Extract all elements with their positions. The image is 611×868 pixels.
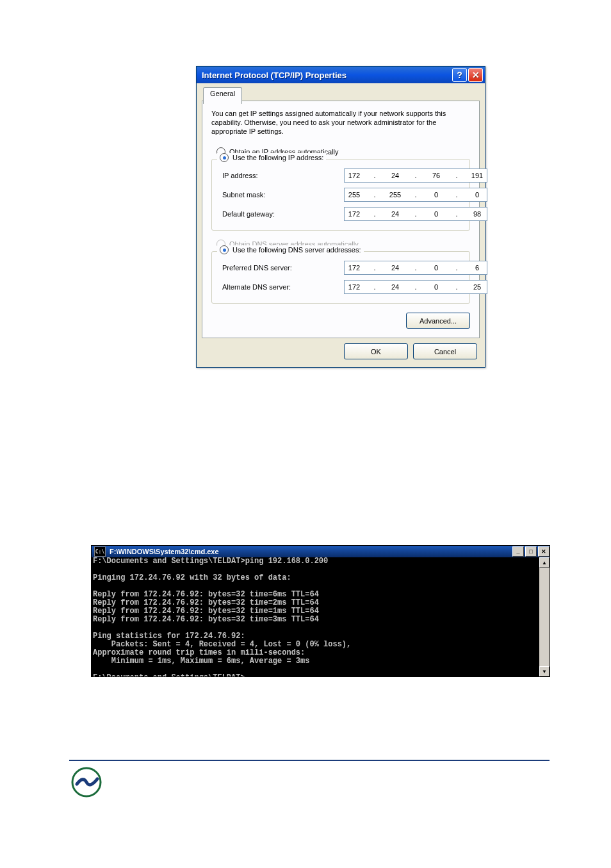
- ip-address-input[interactable]: 172. 24. 76. 191: [344, 168, 487, 183]
- help-button[interactable]: ?: [452, 68, 467, 82]
- cmd-titlebar[interactable]: C:\ F:\WINDOWS\System32\cmd.exe _ □ ✕: [92, 546, 550, 557]
- ip-address-label: IP address:: [220, 172, 344, 179]
- maximize-button[interactable]: □: [525, 546, 537, 557]
- default-gateway-input[interactable]: 172. 24. 0. 98: [344, 207, 487, 221]
- teldat-logo-icon: [70, 766, 102, 798]
- alternate-dns-label: Alternate DNS server:: [220, 283, 344, 291]
- scroll-down-icon[interactable]: ▼: [539, 666, 550, 676]
- radio-label: Use the following DNS server addresses:: [232, 246, 361, 254]
- tab-general[interactable]: General: [203, 87, 242, 104]
- cmd-output[interactable]: F:\Documents and Settings\TELDAT>ping 19…: [92, 557, 539, 676]
- description-text: You can get IP settings assigned automat…: [211, 109, 470, 136]
- minimize-button[interactable]: _: [512, 546, 524, 557]
- dns-address-group: Use the following DNS server addresses: …: [211, 251, 470, 304]
- cmd-title: F:\WINDOWS\System32\cmd.exe: [110, 548, 219, 555]
- radio-use-following-ip[interactable]: Use the following IP address:: [217, 153, 326, 162]
- advanced-button[interactable]: Advanced...: [406, 313, 470, 329]
- radio-icon: [220, 245, 229, 254]
- ok-button[interactable]: OK: [344, 343, 408, 359]
- preferred-dns-input[interactable]: 172. 24. 0. 6: [344, 261, 487, 275]
- subnet-mask-input[interactable]: 255. 255. 0. 0: [344, 188, 487, 202]
- alternate-dns-input[interactable]: 172. 24. 0. 25: [344, 280, 487, 294]
- close-button[interactable]: ✕: [468, 68, 483, 82]
- footer-divider: [69, 760, 550, 762]
- dialog-title: Internet Protocol (TCP/IP) Properties: [202, 70, 346, 80]
- tcpip-properties-dialog: Internet Protocol (TCP/IP) Properties ? …: [196, 66, 485, 368]
- scrollbar[interactable]: ▲ ▼: [539, 557, 550, 676]
- radio-use-following-dns[interactable]: Use the following DNS server addresses:: [217, 245, 364, 254]
- radio-icon: [220, 153, 229, 162]
- cmd-icon: C:\: [94, 546, 106, 557]
- radio-label: Use the following IP address:: [232, 154, 323, 161]
- scroll-up-icon[interactable]: ▲: [539, 557, 550, 568]
- ip-address-group: Use the following IP address: IP address…: [211, 159, 470, 231]
- default-gateway-label: Default gateway:: [220, 210, 344, 218]
- subnet-mask-label: Subnet mask:: [220, 191, 344, 199]
- titlebar[interactable]: Internet Protocol (TCP/IP) Properties ? …: [197, 67, 485, 83]
- close-button[interactable]: ✕: [538, 546, 550, 557]
- preferred-dns-label: Preferred DNS server:: [220, 264, 344, 272]
- cmd-window: C:\ F:\WINDOWS\System32\cmd.exe _ □ ✕ F:…: [91, 545, 550, 677]
- cancel-button[interactable]: Cancel: [413, 343, 477, 359]
